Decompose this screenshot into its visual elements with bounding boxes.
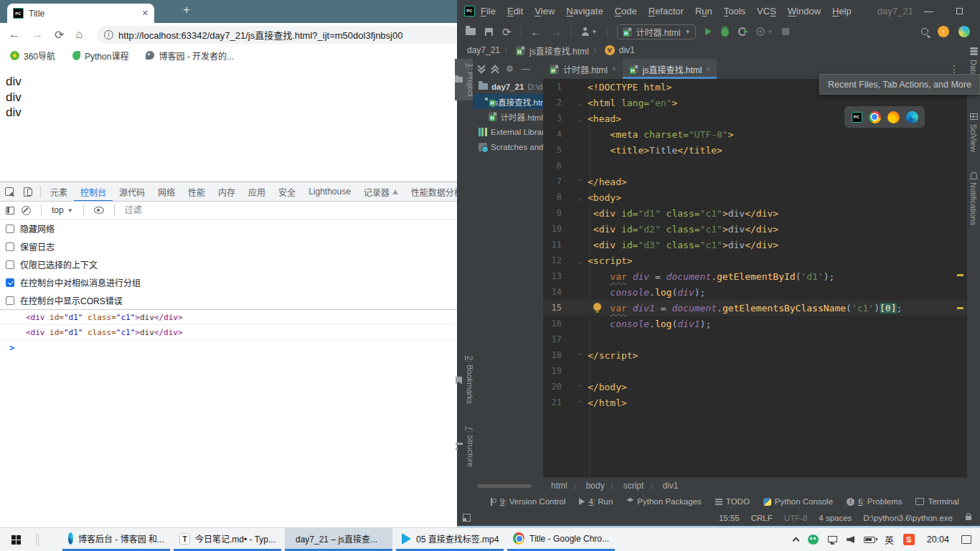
- code-line[interactable]: 13 var div = document.getElementById('d1…: [543, 268, 967, 284]
- checkbox[interactable]: [6, 242, 14, 251]
- breadcrumb-item[interactable]: day7_21: [467, 45, 500, 55]
- forward-icon[interactable]: →: [32, 28, 43, 41]
- search-everywhere-icon[interactable]: [921, 28, 928, 35]
- code-editor[interactable]: 1<!DOCTYPE html>2⌄<html lang="en">3⌄<hea…: [543, 79, 967, 477]
- context-selector[interactable]: top ▼: [52, 205, 73, 215]
- tool-window-button-python-console[interactable]: Python Console: [763, 497, 833, 506]
- sync-icon[interactable]: ⟳: [502, 27, 512, 37]
- code-line[interactable]: 7⌃</head>: [543, 174, 967, 189]
- menu-window[interactable]: Window: [782, 6, 826, 17]
- update-available-icon[interactable]: ↑: [938, 26, 949, 37]
- fold-marker-icon[interactable]: ⌃: [562, 352, 588, 359]
- console-message[interactable]: <div id="d1" class="c1">div</div>: [0, 325, 457, 340]
- checkbox[interactable]: [6, 278, 14, 287]
- edge-browser-icon[interactable]: [906, 111, 918, 123]
- bookmark-item[interactable]: Python课程: [72, 50, 128, 62]
- run-configuration-selector[interactable]: 计时器.html ▼: [617, 24, 697, 39]
- menu-edit[interactable]: Edit: [501, 6, 529, 17]
- devtools-tab-应用[interactable]: 应用: [242, 182, 272, 202]
- taskbar-button[interactable]: Title - Google Chro...: [507, 528, 615, 551]
- debug-button[interactable]: [721, 27, 729, 37]
- breadcrumb-item[interactable]: div1: [662, 481, 678, 491]
- status-item[interactable]: UTF-8: [784, 514, 808, 522]
- devtools-tab-性能数据分析[interactable]: 性能数据分析: [405, 182, 457, 202]
- tree-item[interactable]: 计时器.html: [473, 109, 543, 124]
- code-line[interactable]: 4 <meta charset="UTF-8">: [543, 126, 967, 142]
- tool-window-button-notifications[interactable]: Notifications: [969, 172, 978, 225]
- code-line[interactable]: 11 <div id="d3" class="c1">div</div>: [543, 237, 967, 253]
- collapse-all-icon[interactable]: [492, 66, 498, 72]
- home-icon[interactable]: ⌂: [75, 28, 83, 41]
- console-filter-input[interactable]: [125, 205, 268, 215]
- tool-window-button-bookmarks[interactable]: 2: Bookmarks: [456, 352, 474, 408]
- editor-tab[interactable]: 计时器.html×: [543, 59, 623, 79]
- network-icon[interactable]: [828, 536, 837, 542]
- status-item[interactable]: D:\python3.6\python.exe: [863, 514, 953, 522]
- code-line[interactable]: 15 var div1 = document.getElementsByClas…: [543, 300, 967, 316]
- menu-tools[interactable]: Tools: [718, 6, 751, 17]
- select-opened-file-icon[interactable]: [479, 66, 484, 72]
- code-line[interactable]: 10 <div id="d2" class="c1">div</div>: [543, 221, 967, 237]
- fold-marker-icon[interactable]: ⌄: [562, 194, 588, 202]
- bookmark-item[interactable]: 博客园 - 开发者的...: [146, 50, 234, 62]
- clear-console-icon[interactable]: [22, 206, 31, 215]
- firefox-browser-icon[interactable]: [887, 111, 900, 123]
- forward-icon[interactable]: →: [551, 27, 562, 37]
- menu-file[interactable]: File: [475, 6, 501, 17]
- start-button[interactable]: [0, 528, 32, 551]
- tab-close-icon[interactable]: ×: [612, 65, 616, 73]
- console-message[interactable]: <div id="d1" class="c1">div</div>: [0, 310, 457, 325]
- restore-layout-icon[interactable]: [463, 514, 471, 522]
- reload-icon[interactable]: ⟳: [55, 28, 64, 42]
- tab-close-icon[interactable]: ✕: [142, 9, 149, 18]
- open-folder-icon[interactable]: [466, 28, 476, 35]
- devtools-tab-性能[interactable]: 性能: [182, 182, 212, 202]
- checkbox[interactable]: [6, 260, 14, 269]
- devtools-tab-安全[interactable]: 安全: [272, 182, 302, 202]
- code-line[interactable]: 6: [543, 158, 967, 174]
- fold-marker-icon[interactable]: ⌃: [562, 383, 588, 391]
- volume-icon[interactable]: [847, 536, 854, 543]
- console-setting-row[interactable]: 在控制台中显示CORS错误: [0, 291, 457, 309]
- menu-run[interactable]: Run: [689, 6, 718, 17]
- horizontal-scrollbar[interactable]: [477, 484, 532, 488]
- code-line[interactable]: 18⌃</script>: [543, 347, 967, 363]
- code-line[interactable]: 9 <div id="d1" class="c1">div</div>: [543, 205, 967, 221]
- new-tab-button[interactable]: +: [183, 3, 190, 17]
- editor-tab[interactable]: js直接查找.html×: [623, 59, 717, 79]
- code-with-me-icon[interactable]: ▼: [581, 27, 598, 36]
- fold-marker-icon[interactable]: ⌃: [562, 178, 588, 186]
- warning-stripe-mark[interactable]: [957, 307, 963, 309]
- checkbox[interactable]: [6, 296, 14, 305]
- status-item[interactable]: 15:55: [719, 514, 740, 522]
- checkbox[interactable]: [6, 225, 14, 233]
- tool-window-button-terminal[interactable]: Terminal: [915, 497, 958, 506]
- pycharm-browser-icon[interactable]: [852, 112, 862, 123]
- chrome-tab[interactable]: Title ✕: [7, 4, 154, 23]
- console-setting-row[interactable]: 仅限已选择的上下文: [0, 255, 457, 273]
- minimize-button[interactable]: —: [913, 0, 944, 22]
- taskbar-button[interactable]: 05 直接查找标签.mp4: [396, 528, 504, 551]
- url-text[interactable]: http://localhost:63342/day7_21/js直接查找.ht…: [118, 28, 402, 42]
- devtools-tab-源代码[interactable]: 源代码: [113, 182, 151, 202]
- stop-button[interactable]: [782, 28, 789, 35]
- code-line[interactable]: 19: [543, 363, 967, 379]
- maximize-button[interactable]: [944, 0, 975, 22]
- tool-window-button-run[interactable]: 4: Run: [579, 497, 613, 506]
- status-item[interactable]: 4 spaces: [819, 514, 852, 522]
- menu-refactor[interactable]: Refactor: [643, 6, 689, 17]
- code-line[interactable]: 8⌄<body>: [543, 189, 967, 205]
- tool-window-button-python-packages[interactable]: Python Packages: [626, 497, 702, 506]
- menu-view[interactable]: View: [529, 6, 560, 17]
- taskbar-button[interactable]: 博客后台 - 博客园 和...: [62, 528, 170, 551]
- devtools-tab-网络[interactable]: 网络: [151, 182, 182, 202]
- code-line[interactable]: 5 <title>Title</title>: [543, 142, 967, 158]
- breadcrumb-item[interactable]: js直接查找.html: [529, 44, 589, 57]
- tree-item[interactable]: External Libraries: [473, 124, 543, 139]
- breadcrumb-item[interactable]: body: [586, 481, 605, 491]
- settings-gear-icon[interactable]: ⚙: [506, 65, 514, 73]
- wechat-icon[interactable]: [808, 534, 819, 545]
- hide-panel-icon[interactable]: —: [522, 65, 530, 73]
- run-button[interactable]: [705, 28, 712, 35]
- inspect-element-icon[interactable]: [0, 187, 19, 196]
